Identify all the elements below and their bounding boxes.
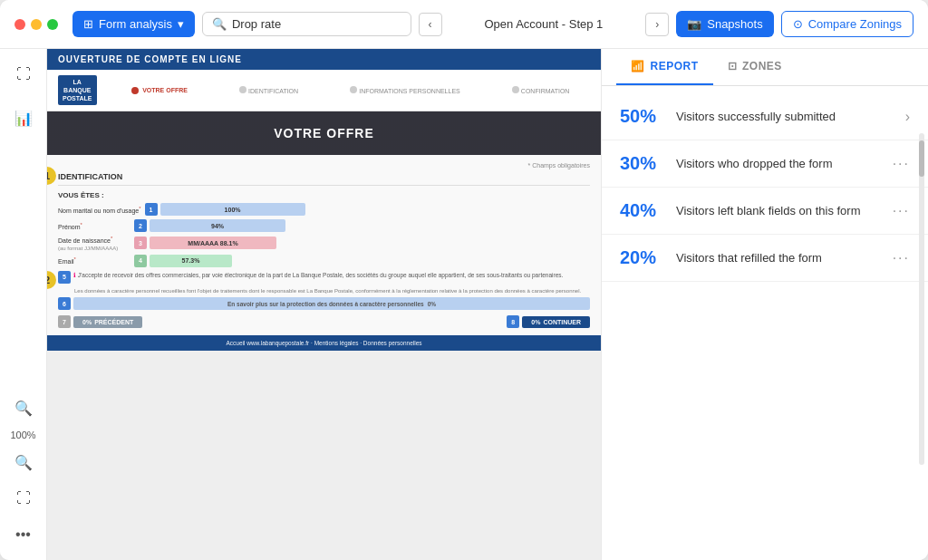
- step-identification: IDENTIFICATION: [239, 86, 298, 94]
- zoom-out-icon: 🔍: [14, 400, 33, 417]
- form-icon: ⊞: [83, 17, 93, 31]
- field-bar-nom: 1 100%: [145, 203, 590, 216]
- app-window: ⊞ Form analysis ▾ 🔍 ‹ Open Account - Ste…: [0, 0, 928, 560]
- step-label: Open Account - Step 1: [450, 17, 639, 31]
- tab-zones-label: ZONES: [742, 60, 782, 72]
- metric-label-3: Visitors left blank fields on this form: [676, 204, 882, 217]
- ellipsis-icon: •••: [15, 526, 31, 543]
- form-navigation: LA BANQUE POSTALE VOTRE OFFRE IDENTIFICA…: [47, 70, 601, 111]
- field-row-nom: Nom marital ou nom d'usage* 1 100%: [58, 203, 590, 216]
- zoom-out-button[interactable]: 🔍: [9, 393, 38, 422]
- compare-zonings-button[interactable]: ⊙ Compare Zonings: [781, 11, 914, 37]
- fit-screen-button[interactable]: ⛶: [9, 484, 38, 513]
- tab-report-label: REPORT: [651, 60, 699, 72]
- form-next-label: CONTINUER: [543, 319, 581, 325]
- field-num-2: 2: [134, 219, 147, 232]
- form-section-title: IDENTIFICATION: [58, 172, 590, 186]
- prev-step-button[interactable]: ‹: [419, 13, 442, 36]
- info-text: Les données à caractère personnel recuei…: [74, 287, 590, 294]
- metric-pct-3: 40%: [620, 200, 665, 221]
- form-preview-area: 1 2 OUVERTURE DE COMPTE EN LIGNE LA BANQ…: [47, 49, 602, 560]
- metric-label-4: Visitors that refilled the form: [676, 251, 882, 265]
- zoom-in-button[interactable]: 🔍: [9, 448, 38, 477]
- ellipsis-icon-4[interactable]: ···: [893, 250, 910, 266]
- metric-row-submitted[interactable]: 50% Visitors successfully submitted ›: [602, 93, 928, 140]
- bar-chart-icon: 📊: [14, 110, 33, 127]
- scrollbar-thumb[interactable]: [919, 140, 924, 177]
- checkbox-text-5: ℹ J'accepte de recevoir des offres comme…: [73, 271, 563, 280]
- field-bar-94: 94%: [150, 219, 285, 232]
- form-button-row: 7 0% PRÉCÉDENT 8 0% CONTINUER: [58, 315, 590, 328]
- snapshots-label: Snapshots: [707, 17, 762, 31]
- field-bar-100: 100%: [160, 203, 305, 216]
- minimize-button[interactable]: [31, 19, 42, 30]
- form-body: * Champs obligatoires IDENTIFICATION VOU…: [47, 155, 601, 335]
- left-toolbar: ⛶ 📊 🔍 100% 🔍 ⛶ •••: [0, 49, 47, 560]
- scrollbar-track: [919, 133, 924, 465]
- form-hero-title: VOTRE OFFRE: [274, 126, 374, 140]
- search-box[interactable]: 🔍: [202, 12, 411, 36]
- field-bar-email: 4 57.3%: [134, 255, 590, 267]
- more-tools-button[interactable]: •••: [9, 520, 38, 549]
- prev-btn-wrapper: 7 0% PRÉCÉDENT: [58, 315, 142, 328]
- checkbox-row-5: 5 ℹ J'accepte de recevoir des offres com…: [58, 271, 590, 284]
- chart-tool-button[interactable]: 📊: [9, 103, 38, 132]
- main-content: ⛶ 📊 🔍 100% 🔍 ⛶ •••: [0, 49, 928, 560]
- metric-pct-4: 20%: [620, 247, 665, 268]
- compare-label: Compare Zonings: [808, 17, 902, 31]
- metric-row-refilled[interactable]: 20% Visitors that refilled the form ···: [602, 235, 928, 282]
- field-row-email: Email* 4 57.3%: [58, 255, 590, 267]
- step-infos-perso: INFORMATIONS PERSONNELLES: [350, 86, 459, 94]
- form-footer-text: Accueil www.labanquepostale.fr · Mention…: [226, 340, 421, 346]
- fullscreen-icon: ⛶: [16, 66, 31, 82]
- field-row-link: 6 En savoir plus sur la protection des d…: [58, 297, 590, 310]
- chevron-right-icon-1: ›: [905, 109, 910, 125]
- field-num-8: 8: [507, 315, 519, 328]
- required-note: * Champs obligatoires: [58, 162, 590, 169]
- zones-icon: ⊡: [728, 60, 738, 72]
- metric-row-dropped[interactable]: 30% Visitors who dropped the form ···: [602, 140, 928, 188]
- field-num-1: 1: [145, 203, 158, 216]
- metric-pct-1: 50%: [620, 106, 665, 127]
- form-prev-label: PRÉCÉDENT: [94, 319, 133, 325]
- next-step-button[interactable]: ›: [645, 13, 669, 36]
- field-row-dob: Date de naissance*(au format JJ/MM/AAAA)…: [58, 236, 590, 250]
- metric-pct-2: 30%: [620, 153, 665, 174]
- form-header-bar: OUVERTURE DE COMPTE EN LIGNE: [47, 49, 601, 70]
- tab-report[interactable]: 📶 REPORT: [616, 49, 713, 85]
- form-page: OUVERTURE DE COMPTE EN LIGNE LA BANQUE P…: [47, 49, 601, 351]
- traffic-lights: [14, 19, 58, 30]
- metric-label-2: Visitors who dropped the form: [676, 157, 882, 170]
- field-num-3: 3: [134, 237, 147, 249]
- form-analysis-button[interactable]: ⊞ Form analysis ▾: [72, 11, 195, 37]
- maximize-button[interactable]: [47, 19, 58, 30]
- panel-content: 50% Visitors successfully submitted › 30…: [602, 86, 928, 560]
- zoom-section: 🔍 100% 🔍 ⛶ •••: [9, 393, 38, 549]
- metric-label-1: Visitors successfully submitted: [676, 110, 894, 123]
- chevron-right-icon: ›: [655, 18, 659, 31]
- dropdown-icon: ▾: [178, 17, 184, 31]
- field-num-4: 4: [134, 255, 147, 267]
- metric-row-blank[interactable]: 40% Visitors left blank fields on this f…: [602, 188, 928, 235]
- field-label-dob: Date de naissance*(au format JJ/MM/AAAA): [58, 236, 130, 250]
- ellipsis-icon-2[interactable]: ···: [893, 156, 910, 172]
- form-header-text: OUVERTURE DE COMPTE EN LIGNE: [58, 54, 242, 64]
- field-bar-57: 57.3%: [150, 255, 232, 267]
- form-next-button[interactable]: 0% CONTINUER: [522, 316, 590, 328]
- field-num-7: 7: [58, 315, 71, 328]
- form-logo: LA BANQUE POSTALE: [58, 75, 97, 105]
- field-bar-dob: 3 MM/AAAA 88.1%: [134, 237, 590, 249]
- field-label-nom: Nom marital ou nom d'usage*: [58, 206, 141, 214]
- snapshots-button[interactable]: 📷 Snapshots: [676, 11, 773, 37]
- form-analysis-label: Form analysis: [99, 17, 172, 31]
- ellipsis-icon-3[interactable]: ···: [893, 203, 910, 219]
- search-input[interactable]: [232, 17, 401, 31]
- step-votre-offre: VOTRE OFFRE: [131, 86, 188, 94]
- close-button[interactable]: [14, 19, 25, 30]
- fullscreen-tool-button[interactable]: ⛶: [9, 60, 38, 89]
- tab-zones[interactable]: ⊡ ZONES: [713, 49, 797, 85]
- field-bar-link: 6 En savoir plus sur la protection des d…: [58, 297, 590, 310]
- form-prev-button[interactable]: 0% PRÉCÉDENT: [73, 316, 142, 328]
- camera-icon: 📷: [687, 17, 701, 31]
- form-next-pct: 0%: [531, 319, 540, 325]
